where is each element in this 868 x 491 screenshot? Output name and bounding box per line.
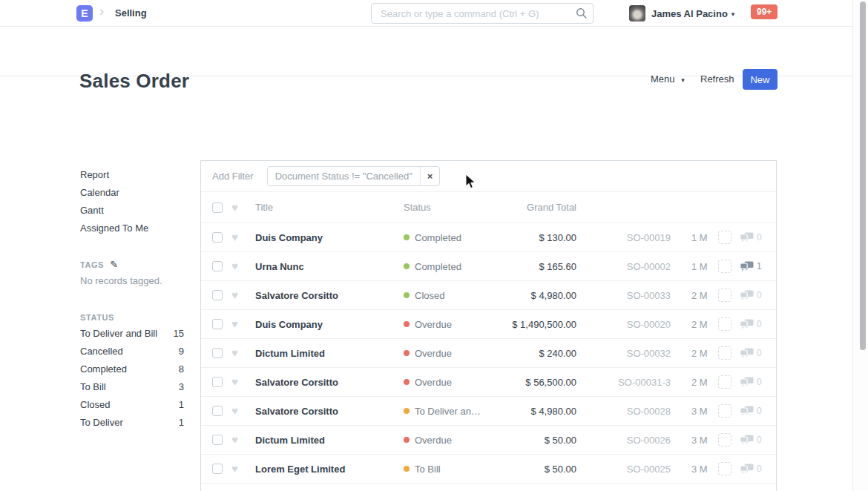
- table-row[interactable]: ♥ Duis Company Completed $ 130.00 SO-000…: [201, 223, 776, 252]
- row-grand-total: $ 56,500.00: [495, 377, 576, 388]
- assign-placeholder[interactable]: [718, 433, 731, 446]
- status-filter-count: 1: [179, 414, 184, 432]
- status-filter-count: 15: [174, 325, 184, 343]
- row-checkbox[interactable]: [212, 290, 223, 300]
- row-document-id: SO-00026: [576, 435, 671, 446]
- row-title: Urna Nunc: [255, 261, 404, 272]
- comments-indicator[interactable]: 0: [740, 464, 762, 475]
- like-heart-icon[interactable]: ♥: [231, 377, 243, 387]
- search-icon[interactable]: [576, 7, 588, 19]
- row-checkbox[interactable]: [212, 435, 223, 445]
- sidebar-status-filter[interactable]: To Bill 3: [80, 378, 184, 396]
- comments-indicator[interactable]: 0: [740, 348, 762, 359]
- user-menu[interactable]: James Al Pacino ▾: [629, 0, 734, 27]
- table-row[interactable]: ♥ Lorem Eget Limited To Bill $ 50.00 SO-…: [201, 455, 776, 484]
- like-heart-icon[interactable]: ♥: [231, 232, 243, 243]
- comment-count: 0: [757, 464, 762, 474]
- row-grand-total: $ 4,980.00: [495, 406, 576, 417]
- table-row[interactable]: ♥ Sonec LLP Overdue $ 80.00 SO-00024 4 M: [201, 484, 776, 491]
- assign-placeholder[interactable]: [718, 346, 731, 360]
- row-checkbox[interactable]: [212, 348, 223, 358]
- assign-placeholder[interactable]: [718, 231, 731, 244]
- comments-indicator[interactable]: 0: [740, 319, 762, 330]
- status-text: Overdue: [415, 319, 452, 330]
- row-checkbox[interactable]: [212, 232, 223, 243]
- comment-count: 0: [757, 406, 762, 416]
- row-checkbox[interactable]: [212, 261, 223, 271]
- like-heart-icon[interactable]: ♥: [231, 406, 243, 416]
- chevron-down-icon: ▾: [731, 9, 735, 18]
- filter-condition-text[interactable]: Document Status != "Cancelled": [268, 167, 420, 185]
- app-logo[interactable]: E: [76, 5, 93, 22]
- status-text: Overdue: [415, 377, 452, 388]
- row-status: Overdue: [404, 319, 495, 330]
- sidebar-status-filter[interactable]: To Deliver and Bill 15: [80, 325, 184, 343]
- new-button[interactable]: New: [743, 69, 777, 90]
- sidebar-view-item[interactable]: Gantt: [80, 202, 184, 220]
- assign-placeholder[interactable]: [718, 260, 731, 273]
- table-row[interactable]: ♥ Duis Company Overdue $ 1,490,500.00 SO…: [201, 310, 776, 339]
- row-checkbox[interactable]: [212, 319, 223, 329]
- comments-indicator[interactable]: 0: [740, 435, 762, 446]
- comments-indicator[interactable]: 1: [740, 261, 762, 272]
- tags-empty-text: No records tagged.: [80, 272, 184, 290]
- scrollbar-thumb[interactable]: [860, 1, 866, 350]
- sidebar-status-filter[interactable]: To Deliver 1: [80, 414, 184, 432]
- notifications-badge[interactable]: 99+: [751, 4, 777, 19]
- row-status: Overdue: [404, 435, 495, 446]
- row-title: Salvatore Corsitto: [255, 406, 404, 417]
- comments-indicator[interactable]: 0: [740, 232, 762, 243]
- sidebar-view-item[interactable]: Report: [80, 166, 184, 184]
- row-checkbox[interactable]: [212, 377, 223, 387]
- table-row[interactable]: ♥ Salvatore Corsitto Closed $ 4,980.00 S…: [201, 281, 776, 310]
- like-filter-icon[interactable]: ♥: [231, 202, 243, 213]
- like-heart-icon[interactable]: ♥: [231, 348, 243, 358]
- like-heart-icon[interactable]: ♥: [231, 290, 243, 300]
- sidebar-view-item[interactable]: Assigned To Me: [80, 220, 184, 237]
- table-row[interactable]: ♥ Salvatore Corsitto Overdue $ 56,500.00…: [201, 368, 776, 397]
- active-filter-pill[interactable]: Document Status != "Cancelled" ×: [267, 166, 441, 186]
- sidebar-view-item[interactable]: Calendar: [80, 184, 184, 202]
- select-all-checkbox[interactable]: [212, 202, 223, 213]
- table-row[interactable]: ♥ Urna Nunc Completed $ 165.60 SO-00002 …: [201, 252, 776, 281]
- row-checkbox[interactable]: [212, 464, 223, 474]
- assign-placeholder[interactable]: [718, 375, 731, 389]
- search-input[interactable]: [371, 3, 594, 24]
- assign-placeholder[interactable]: [718, 404, 731, 418]
- comments-indicator[interactable]: 0: [740, 406, 762, 417]
- status-dot: [404, 437, 410, 443]
- row-status: To Deliver an…: [404, 406, 495, 417]
- refresh-button[interactable]: Refresh: [700, 73, 734, 85]
- table-row[interactable]: ♥ Dictum Limited Overdue $ 240.00 SO-000…: [201, 339, 776, 368]
- scrollbar-track[interactable]: [852, 0, 868, 491]
- user-name: James Al Pacino: [651, 8, 728, 19]
- breadcrumb[interactable]: Selling: [115, 7, 147, 19]
- assign-placeholder[interactable]: [718, 317, 731, 331]
- sidebar-status-filter[interactable]: Closed 1: [80, 396, 184, 414]
- column-header-grand-total: Grand Total: [495, 202, 576, 213]
- sidebar-status-filter[interactable]: Completed 8: [80, 360, 184, 378]
- table-row[interactable]: ♥ Dictum Limited Overdue $ 50.00 SO-0002…: [201, 426, 776, 455]
- comments-indicator[interactable]: 0: [740, 290, 762, 301]
- comment-icon: [740, 261, 754, 272]
- remove-filter-icon[interactable]: ×: [420, 167, 440, 185]
- chevron-down-icon: ▾: [681, 75, 685, 84]
- row-grand-total: $ 130.00: [495, 232, 576, 243]
- row-checkbox[interactable]: [212, 406, 223, 416]
- table-row[interactable]: ♥ Salvatore Corsitto To Deliver an… $ 4,…: [201, 397, 776, 426]
- like-heart-icon[interactable]: ♥: [231, 261, 243, 271]
- assign-placeholder[interactable]: [718, 462, 731, 475]
- comments-indicator[interactable]: 0: [740, 377, 762, 388]
- list-sidebar: Report Calendar Gantt Assigned To Me TAG…: [80, 166, 184, 432]
- like-heart-icon[interactable]: ♥: [231, 319, 243, 329]
- row-document-id: SO-00028: [576, 406, 671, 417]
- edit-tags-icon[interactable]: ✎: [110, 257, 119, 272]
- like-heart-icon[interactable]: ♥: [231, 435, 243, 445]
- comment-icon: [740, 377, 754, 388]
- add-filter-button[interactable]: Add Filter: [212, 171, 254, 182]
- assign-placeholder[interactable]: [718, 289, 731, 302]
- like-heart-icon[interactable]: ♥: [231, 464, 243, 474]
- sidebar-status-filter[interactable]: Cancelled 9: [80, 343, 184, 360]
- menu-button[interactable]: Menu ▾: [651, 73, 685, 85]
- comment-count: 0: [757, 290, 762, 300]
